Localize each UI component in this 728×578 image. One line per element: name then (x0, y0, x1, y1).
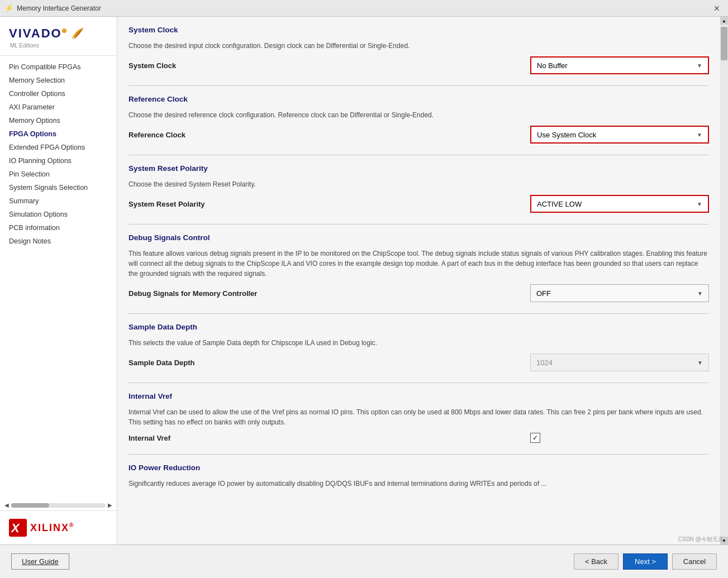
sample-depth-value: 1024 (536, 359, 553, 367)
svg-text:X: X (10, 521, 20, 535)
back-button[interactable]: < Back (574, 553, 618, 570)
reference-clock-select[interactable]: Use System Clock ▼ (530, 126, 709, 144)
reset-polarity-label: System Reset Polarity (129, 200, 530, 208)
section-reference-clock: Reference Clock Choose the desired refer… (129, 95, 709, 144)
scrollbar-up-arrow[interactable]: ▲ (720, 17, 728, 25)
internal-vref-checkbox[interactable]: ✓ (530, 433, 540, 443)
scroll-right-arrow[interactable]: ▶ (108, 502, 112, 508)
sidebar-item-extended-fpga-options[interactable]: Extended FPGA Options (0, 141, 117, 154)
divider-5 (129, 383, 709, 383)
section-sample-data-depth: Sample Data Depth This selects the value… (129, 323, 709, 371)
sidebar-item-memory-selection[interactable]: Memory Selection (0, 74, 117, 87)
cancel-button[interactable]: Cancel (672, 553, 717, 570)
sidebar-item-pin-compatible-fpgas[interactable]: Pin Compatible FPGAs (0, 60, 117, 74)
sidebar-item-controller-options[interactable]: Controller Options (0, 87, 117, 101)
form-row-reference-clock: Reference Clock Use System Clock ▼ (129, 126, 709, 144)
window-title: Memory Interface Generator (17, 4, 101, 12)
bottom-right: < Back Next > Cancel (574, 553, 717, 570)
internal-vref-label: Internal Vref (129, 434, 530, 442)
ml-editions-label: ML Editions (10, 42, 108, 49)
form-row-reset-polarity: System Reset Polarity ACTIVE LOW ▼ (129, 195, 709, 213)
sidebar-item-simulation-options[interactable]: Simulation Options (0, 208, 117, 221)
section-debug-signals: Debug Signals Control This feature allow… (129, 233, 709, 302)
bottom-bar: User Guide < Back Next > Cancel (0, 544, 728, 578)
scrollbar-track (720, 25, 728, 537)
sidebar-item-summary[interactable]: Summary (0, 194, 117, 208)
sidebar-item-design-notes[interactable]: Design Notes (0, 235, 117, 248)
bottom-left: User Guide (11, 553, 69, 570)
scrollbar-thumb[interactable] (721, 27, 727, 60)
section-desc-sample-depth: This selects the value of Sample Data de… (129, 338, 709, 348)
section-title-debug-signals: Debug Signals Control (129, 233, 709, 244)
section-system-reset-polarity: System Reset Polarity Choose the desired… (129, 164, 709, 213)
reset-polarity-value: ACTIVE LOW (537, 200, 582, 208)
sidebar-item-memory-options[interactable]: Memory Options (0, 114, 117, 127)
debug-signals-select[interactable]: OFF ▼ (530, 284, 709, 302)
section-io-power-reduction: IO Power Reduction Significantly reduces… (129, 464, 709, 489)
xilinx-logo: X XILINX® (4, 515, 112, 540)
scroll-left-arrow[interactable]: ◀ (4, 502, 9, 508)
reference-clock-control: Use System Clock ▼ (530, 126, 709, 144)
app-icon: ⚡ (4, 4, 13, 13)
debug-signals-control: OFF ▼ (530, 284, 709, 302)
scroll-thumb (11, 503, 49, 508)
section-title-reset-polarity: System Reset Polarity (129, 164, 709, 175)
checkbox-check-icon: ✓ (532, 434, 538, 442)
divider-6 (129, 454, 709, 455)
vivado-logo: VIVADO ML Editions (9, 26, 108, 49)
section-title-io-power: IO Power Reduction (129, 464, 709, 474)
reference-clock-label: Reference Clock (129, 131, 530, 139)
system-clock-select[interactable]: No Buffer ▼ (530, 56, 709, 74)
form-row-sample-depth: Sample Data Depth 1024 ▼ (129, 354, 709, 371)
system-clock-label: System Clock (129, 61, 530, 70)
section-title-internal-vref: Internal Vref (129, 392, 709, 403)
section-internal-vref: Internal Vref Internal Vref can be used … (129, 392, 709, 443)
scroll-track (11, 503, 106, 508)
sidebar-bottom: X XILINX® (0, 510, 117, 544)
title-bar-left: ⚡ Memory Interface Generator (4, 4, 101, 13)
form-row-internal-vref: Internal Vref ✓ (129, 433, 709, 443)
section-desc-internal-vref: Internal Vref can be used to allow the u… (129, 407, 709, 427)
reset-polarity-select[interactable]: ACTIVE LOW ▼ (530, 195, 709, 213)
user-guide-button[interactable]: User Guide (11, 553, 69, 570)
sidebar-item-io-planning-options[interactable]: IO Planning Options (0, 154, 117, 168)
system-clock-control: No Buffer ▼ (530, 56, 709, 74)
sidebar-item-pin-selection[interactable]: Pin Selection (0, 168, 117, 181)
form-row-system-clock: System Clock No Buffer ▼ (129, 56, 709, 74)
sidebar-item-pcb-information[interactable]: PCB information (0, 221, 117, 235)
divider-3 (129, 224, 709, 224)
system-clock-value: No Buffer (537, 61, 568, 70)
debug-signals-label: Debug Signals for Memory Controller (129, 289, 530, 298)
divider-2 (129, 155, 709, 155)
section-desc-reference-clock: Choose the desired reference clock confi… (129, 110, 709, 120)
divider-1 (129, 85, 709, 86)
section-title-sample-depth: Sample Data Depth (129, 323, 709, 333)
sidebar-logo: VIVADO ML Editions (0, 17, 117, 56)
sample-depth-select: 1024 ▼ (530, 354, 709, 371)
sidebar-item-system-signals-selection[interactable]: System Signals Selection (0, 181, 117, 194)
section-desc-reset-polarity: Choose the desired System Reset Polarity… (129, 179, 709, 189)
reset-polarity-control: ACTIVE LOW ▼ (530, 195, 709, 213)
debug-signals-arrow: ▼ (697, 290, 703, 297)
xilinx-x-icon: X (9, 519, 27, 537)
content-with-scrollbar: System Clock Choose the desired input cl… (117, 17, 728, 544)
section-desc-system-clock: Choose the desired input clock configura… (129, 41, 709, 51)
sidebar-item-fpga-options[interactable]: FPGA Options (0, 127, 117, 141)
vertical-scrollbar: ▲ ▼ (720, 17, 728, 544)
title-bar: ⚡ Memory Interface Generator ✕ (0, 0, 728, 17)
main-layout: VIVADO ML Editions Pin Compatible FPGAs … (0, 17, 728, 544)
watermark: CSDN @今朝无言 (678, 536, 724, 543)
form-row-debug-signals: Debug Signals for Memory Controller OFF … (129, 284, 709, 302)
vivado-dot (62, 28, 66, 33)
close-button[interactable]: ✕ (710, 3, 724, 14)
sidebar-item-axi-parameter[interactable]: AXI Parameter (0, 101, 117, 114)
reference-clock-value: Use System Clock (537, 131, 596, 139)
content-area: System Clock Choose the desired input cl… (117, 17, 720, 544)
section-title-system-clock: System Clock (129, 26, 709, 36)
content-scroll[interactable]: System Clock Choose the desired input cl… (117, 17, 720, 544)
section-desc-io-power: Significantly reduces average IO power b… (129, 479, 709, 489)
debug-signals-value: OFF (536, 289, 551, 298)
sample-depth-arrow: ▼ (697, 360, 703, 366)
next-button[interactable]: Next > (623, 553, 668, 570)
section-desc-debug-signals: This feature allows various debug signal… (129, 249, 709, 279)
